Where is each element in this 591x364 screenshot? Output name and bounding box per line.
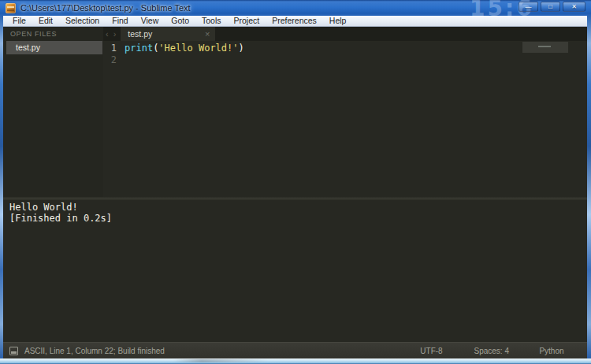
status-syntax[interactable]: Python: [536, 347, 567, 355]
status-encoding: UTF-8: [416, 347, 448, 355]
paren-close-token: ): [239, 43, 244, 54]
menu-item-help[interactable]: Help: [323, 16, 353, 26]
sidebar: OPEN FILES test.py: [3, 27, 103, 197]
minimap[interactable]: [521, 41, 587, 197]
minimap-code-mark: [538, 46, 551, 47]
main-area: OPEN FILES test.py ‹ › test.py × 1print(…: [3, 27, 587, 197]
sublime-icon[interactable]: [6, 3, 16, 13]
window-frame-border-right: [587, 16, 591, 358]
status-bar: ASCII, Line 1, Column 22; Build finished…: [3, 342, 587, 358]
menu-item-project[interactable]: Project: [228, 16, 266, 26]
line-number-1: 1: [103, 43, 125, 54]
sublime-window: 15:6 C:\Users\177\Desktop\test.py - Subl…: [0, 0, 591, 364]
line-number-2: 2: [103, 54, 125, 66]
menu-item-view[interactable]: View: [135, 16, 165, 26]
app-area: OPEN FILES test.py ‹ › test.py × 1print(…: [3, 27, 587, 358]
panel-toggle-icon[interactable]: [9, 347, 18, 355]
menu-item-tools[interactable]: Tools: [195, 16, 228, 26]
tab-bar: ‹ › test.py ×: [103, 27, 587, 41]
maximize-button[interactable]: □: [541, 2, 560, 12]
menu-item-preferences[interactable]: Preferences: [266, 16, 323, 26]
menu-item-edit[interactable]: Edit: [32, 16, 59, 26]
sidebar-item-testpy[interactable]: test.py: [6, 41, 102, 54]
tab-scroll-right-button[interactable]: ›: [111, 27, 119, 41]
window-controls: — □ ✕: [519, 2, 585, 12]
code-editor[interactable]: 1print('Hello World!') 2: [103, 41, 587, 197]
tab-scroll-left-button[interactable]: ‹: [103, 27, 111, 41]
editor-column: ‹ › test.py × 1print('Hello World!') 2: [103, 27, 587, 197]
menu-bar: File Edit Selection Find View Goto Tools…: [0, 16, 591, 27]
menu-item-goto[interactable]: Goto: [165, 16, 195, 26]
build-output-panel[interactable]: Hello World! [Finished in 0.2s]: [3, 200, 587, 342]
window-frame-border-bottom: [0, 358, 591, 364]
menu-item-file[interactable]: File: [6, 16, 32, 26]
status-indentation[interactable]: Spaces: 4: [474, 347, 509, 355]
title-bar[interactable]: 15:6 C:\Users\177\Desktop\test.py - Subl…: [0, 0, 591, 16]
menu-item-selection[interactable]: Selection: [59, 16, 106, 26]
paren-open-token: (: [153, 43, 158, 54]
menu-item-find[interactable]: Find: [106, 16, 134, 26]
window-title: C:\Users\177\Desktop\test.py - Sublime T…: [20, 3, 191, 13]
string-token: 'Hello World!': [158, 43, 238, 54]
tab-close-icon[interactable]: ×: [205, 27, 210, 41]
open-files-header: OPEN FILES: [3, 27, 103, 41]
code-line-2: 2: [103, 54, 587, 66]
tab-label: test.py: [128, 29, 205, 39]
tab-testpy[interactable]: test.py ×: [121, 27, 215, 41]
window-frame-border-left: [0, 16, 3, 358]
code-line-1: 1print('Hello World!'): [103, 43, 587, 54]
keyword-token: print: [125, 43, 153, 54]
status-right-group: UTF-8 Spaces: 4 Python: [389, 347, 567, 355]
minimize-button[interactable]: —: [519, 2, 538, 12]
minimap-viewport: [522, 42, 568, 53]
status-message: ASCII, Line 1, Column 22; Build finished: [24, 347, 389, 355]
output-line-2: [Finished in 0.2s]: [9, 213, 587, 224]
output-line-1: Hello World!: [9, 202, 587, 213]
close-button[interactable]: ✕: [563, 2, 585, 12]
